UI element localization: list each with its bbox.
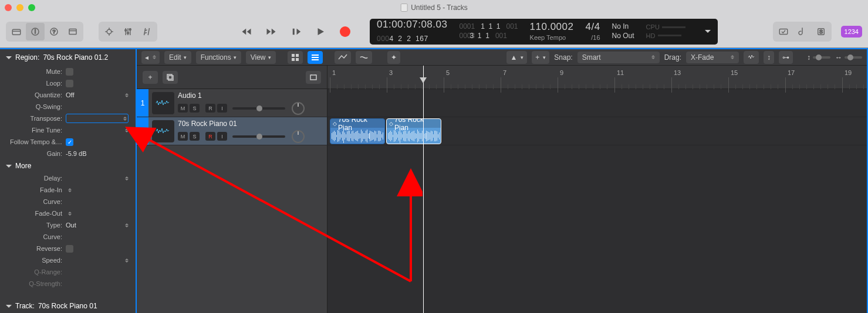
- editors-button[interactable]: [137, 23, 156, 40]
- help-button[interactable]: ?: [45, 23, 63, 40]
- catch-button[interactable]: ✦: [387, 51, 400, 64]
- solo-button[interactable]: S: [190, 132, 200, 141]
- qrange-label: Q-Range:: [0, 268, 66, 275]
- track-row-1[interactable]: 1 Audio 1 M S R I: [137, 89, 327, 117]
- track-row-2[interactable]: 2 70s Rock Piano 01 M S R I: [137, 117, 327, 145]
- fadein-label: Fade-In: [0, 186, 66, 193]
- lcd-expand-icon[interactable]: [705, 30, 711, 33]
- alt-tool[interactable]: +▾: [532, 51, 549, 64]
- notes-button[interactable]: [793, 23, 812, 40]
- loops-button[interactable]: S: [812, 23, 830, 40]
- track-lane-1[interactable]: [327, 89, 867, 117]
- list-view-button[interactable]: [308, 51, 323, 64]
- edit-menu[interactable]: Edit▾: [164, 51, 191, 64]
- list-editors-button[interactable]: [774, 23, 793, 40]
- qswing-label: Q-Swing:: [0, 103, 66, 110]
- smart-controls-button[interactable]: [100, 23, 119, 40]
- automation-button[interactable]: [335, 51, 351, 64]
- mute-label: Mute:: [0, 68, 66, 75]
- vertical-zoom-button[interactable]: ↕: [764, 51, 774, 64]
- follow-tempo-checkbox[interactable]: ✓: [66, 138, 73, 146]
- svg-text:?: ?: [52, 29, 55, 35]
- arrange-toolbar: ◂ Edit▾ Functions▾ View▾ ✦ ▲▾ +▾ Snap: S…: [137, 49, 867, 66]
- toolbar-button[interactable]: [63, 23, 82, 40]
- duplicate-track-button[interactable]: [163, 71, 178, 84]
- input-monitor-button[interactable]: I: [217, 132, 227, 141]
- pan-knob[interactable]: [292, 102, 305, 115]
- minimize-window-button[interactable]: [16, 4, 23, 11]
- record-enable-button[interactable]: R: [205, 104, 215, 113]
- record-button[interactable]: [334, 23, 356, 40]
- gain-value[interactable]: -5.9 dB: [66, 150, 129, 157]
- play-button[interactable]: [309, 23, 332, 40]
- close-window-button[interactable]: [5, 4, 12, 11]
- view-menu[interactable]: View▾: [246, 51, 276, 64]
- master-badge[interactable]: 1234: [841, 26, 862, 38]
- audio-region-2[interactable]: ◇70s Rock Pian: [386, 118, 441, 144]
- waveform-zoom-button[interactable]: [744, 51, 759, 64]
- functions-menu[interactable]: Functions▾: [196, 51, 241, 64]
- main-toolbar: i ? 01:00:07:08.03 0004 2 2 167 00011 1 …: [0, 15, 868, 48]
- track-name[interactable]: Audio 1: [178, 91, 327, 100]
- record-enable-button[interactable]: R: [205, 132, 215, 141]
- qstrength-label: Q-Strength:: [0, 280, 66, 287]
- v-zoom-slider[interactable]: [813, 56, 830, 59]
- h-zoom-slider[interactable]: [845, 56, 862, 59]
- track-name[interactable]: 70s Rock Piano 01: [178, 120, 327, 128]
- timeline-area[interactable]: 135791113151719 ◇70s Rock Pian ◇70s Rock…: [327, 66, 867, 313]
- delay-label: Delay:: [0, 175, 66, 182]
- track-header[interactable]: Track: 70s Rock Piano 01: [0, 298, 136, 313]
- volume-slider[interactable]: [232, 135, 285, 138]
- ruler[interactable]: 135791113151719: [327, 66, 867, 89]
- drag-label: Drag:: [664, 53, 681, 62]
- volume-slider[interactable]: [232, 107, 285, 110]
- audio-icon[interactable]: [152, 92, 174, 114]
- add-track-button[interactable]: +: [143, 71, 158, 84]
- svg-text:i: i: [35, 29, 36, 35]
- svg-rect-28: [312, 57, 319, 58]
- zoom-window-button[interactable]: [28, 4, 35, 11]
- flex-button[interactable]: [356, 51, 372, 64]
- track-lane-2[interactable]: ◇70s Rock Pian ◇70s Rock Pian: [327, 117, 867, 145]
- navigate-button[interactable]: ◂: [141, 51, 160, 64]
- inspector-button[interactable]: i: [26, 23, 45, 40]
- reverse-checkbox[interactable]: [66, 245, 73, 253]
- snap-select[interactable]: Smart: [577, 52, 660, 63]
- more-header[interactable]: More: [0, 159, 136, 172]
- mute-button[interactable]: M: [178, 104, 188, 113]
- svg-point-7: [107, 29, 112, 34]
- region-header[interactable]: Region: 70s Rock Piano 01.2: [0, 49, 136, 66]
- quantize-label: Quantize:: [0, 91, 66, 98]
- global-tracks-button[interactable]: [306, 71, 321, 84]
- audio-icon[interactable]: [152, 120, 174, 142]
- type-value[interactable]: Out: [66, 222, 125, 229]
- forward-button[interactable]: [260, 23, 282, 40]
- rewind-button[interactable]: [235, 23, 258, 40]
- drag-select[interactable]: X-Fade: [686, 52, 739, 63]
- playhead[interactable]: [423, 66, 424, 313]
- library-button[interactable]: [7, 23, 26, 40]
- mute-button[interactable]: M: [178, 132, 188, 141]
- svg-rect-31: [168, 76, 173, 80]
- pointer-tool[interactable]: ▲▾: [506, 51, 527, 64]
- quantize-value[interactable]: Off: [66, 91, 125, 98]
- lcd-display[interactable]: 01:00:07:08.03 0004 2 2 167 00011 1 1001…: [370, 19, 718, 45]
- stop-button[interactable]: [285, 23, 307, 40]
- vertical-zoom-icon: ↕: [807, 53, 810, 62]
- mixer-button[interactable]: [119, 23, 137, 40]
- svg-rect-18: [293, 28, 295, 35]
- mute-checkbox[interactable]: [66, 68, 73, 76]
- svg-rect-25: [292, 58, 295, 61]
- window-title: Untitled 5 - Tracks: [400, 4, 468, 12]
- transpose-select[interactable]: [66, 114, 129, 123]
- zoom-fit-button[interactable]: ⊶: [779, 51, 793, 64]
- grid-view-button[interactable]: [288, 51, 303, 64]
- reverse-label: Reverse:: [0, 245, 66, 252]
- loop-checkbox[interactable]: [66, 80, 73, 87]
- pan-knob[interactable]: [292, 130, 305, 143]
- svg-rect-23: [292, 54, 295, 57]
- audio-region-1[interactable]: ◇70s Rock Pian: [330, 118, 385, 144]
- type-label: Type:: [0, 222, 66, 229]
- solo-button[interactable]: S: [190, 104, 200, 113]
- input-monitor-button[interactable]: I: [217, 104, 227, 113]
